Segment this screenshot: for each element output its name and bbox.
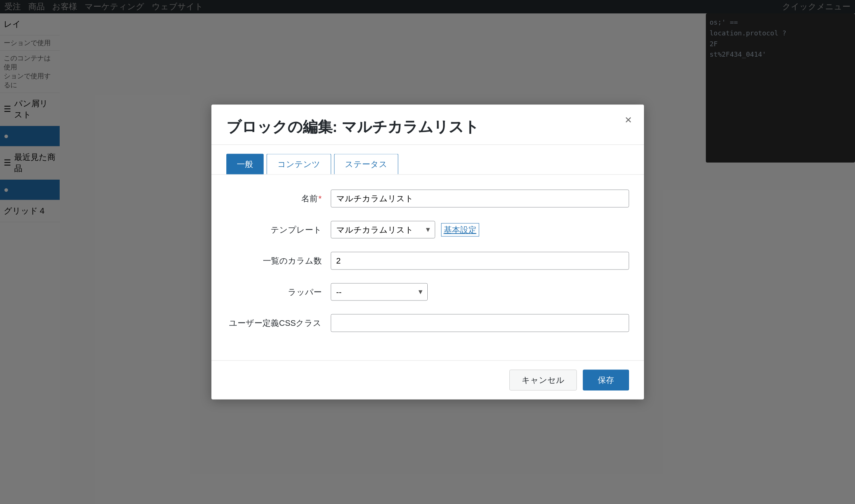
tab-general[interactable]: 一般 xyxy=(226,154,264,174)
wrapper-select[interactable]: -- xyxy=(331,283,428,301)
columns-row: 一覧のカラム数 xyxy=(226,252,629,270)
modal-title: ブロックの編集: マルチカラムリスト xyxy=(226,119,479,135)
tab-status[interactable]: ステータス xyxy=(334,154,398,174)
template-select[interactable]: マルチカラムリスト xyxy=(331,221,435,239)
wrapper-row: ラッパー -- ▼ xyxy=(226,283,629,301)
template-label: テンプレート xyxy=(226,224,331,235)
name-row: 名前* xyxy=(226,190,629,208)
template-basic-settings-link[interactable]: 基本設定 xyxy=(441,223,479,236)
modal-close-button[interactable]: × xyxy=(625,114,632,126)
css-class-row: ユーザー定義CSSクラス xyxy=(226,314,629,332)
css-class-input[interactable] xyxy=(331,314,629,332)
cancel-button[interactable]: キャンセル xyxy=(509,370,577,391)
name-label: 名前* xyxy=(226,193,331,204)
template-row: テンプレート マルチカラムリスト ▼ 基本設定 xyxy=(226,221,629,239)
template-select-wrap: マルチカラムリスト ▼ xyxy=(331,221,435,239)
modal-body: 名前* テンプレート マルチカラムリスト ▼ 基本設定 一覧のカラ xyxy=(211,175,644,360)
modal-dialog: ブロックの編集: マルチカラムリスト × 一般 コンテンツ ステータス 名前* … xyxy=(211,105,644,400)
modal-tabs: 一般 コンテンツ ステータス xyxy=(211,145,644,175)
css-class-label: ユーザー定義CSSクラス xyxy=(226,318,331,329)
wrapper-select-wrap: -- ▼ xyxy=(331,283,428,301)
name-input[interactable] xyxy=(331,190,629,208)
wrapper-label: ラッパー xyxy=(226,286,331,297)
tab-contents[interactable]: コンテンツ xyxy=(267,154,331,174)
columns-label: 一覧のカラム数 xyxy=(226,255,331,267)
save-button[interactable]: 保存 xyxy=(583,370,629,391)
modal-footer: キャンセル 保存 xyxy=(211,360,644,400)
modal-header: ブロックの編集: マルチカラムリスト × xyxy=(211,105,644,145)
columns-input[interactable] xyxy=(331,252,629,270)
template-controls: マルチカラムリスト ▼ 基本設定 xyxy=(331,221,479,239)
